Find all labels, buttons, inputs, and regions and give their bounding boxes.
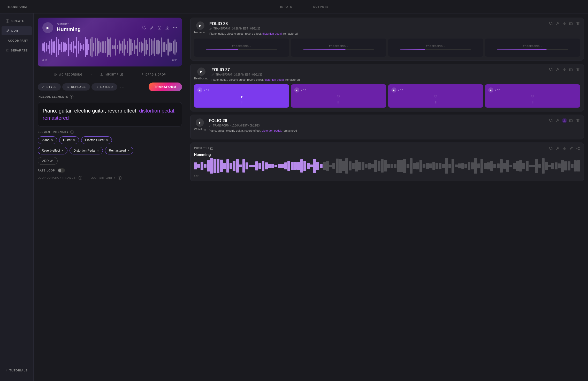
folio-27-link[interactable]: distortion pedal,: [264, 78, 285, 81]
output-edit-icon[interactable]: [569, 146, 573, 151]
version-27-1-heart[interactable]: ♥: [240, 95, 242, 99]
folio-27-play-button[interactable]: ▶: [197, 68, 205, 76]
edit-icon[interactable]: [149, 25, 154, 30]
output-label: OUTPUT 1.1: [57, 23, 138, 26]
save-icon[interactable]: [157, 25, 162, 30]
folio-26-copy-icon[interactable]: [569, 118, 573, 123]
tag-electric-guitar-remove[interactable]: ×: [106, 138, 108, 142]
folio-27-profile-icon[interactable]: [556, 68, 560, 72]
tag-remastered[interactable]: Remastered ×: [105, 147, 133, 154]
output-heart-icon[interactable]: [549, 146, 553, 151]
replace-tab[interactable]: REPLACE: [62, 83, 90, 91]
folio-26-meta: TRANSFORM · 10:20AM EST · 09/22/23: [209, 124, 546, 127]
sidebar-item-tutorials[interactable]: TUTORIALS: [2, 366, 32, 375]
sidebar-item-separate[interactable]: SEPARATE: [2, 46, 32, 55]
version-27-1[interactable]: ▶ 27.1 ♥ ⠿: [194, 84, 289, 108]
tags-row-1: Piano × Guitar × Electric Guitar ×: [38, 136, 182, 144]
tag-reverb-remove[interactable]: ×: [62, 149, 64, 152]
folio-26-title: FOLIO 26: [209, 118, 546, 123]
tag-reverb[interactable]: Reverb effect ×: [38, 147, 67, 154]
top-bar: TRANSFORM INPUTS OUTPUTS: [0, 0, 588, 13]
folio-28-download-icon[interactable]: [562, 21, 567, 26]
version-27-2b[interactable]: ▶ 27.2 ♡ ⠿: [388, 84, 483, 108]
tag-piano-remove[interactable]: ×: [51, 138, 53, 142]
version-27-2c-heart[interactable]: ♡: [531, 95, 534, 99]
tag-distortion[interactable]: Distortion Pedal ×: [70, 147, 103, 154]
version-27-2c-play-btn[interactable]: ▶: [488, 87, 493, 93]
mic-small-icon: [54, 73, 57, 76]
version-27-2a-play-btn[interactable]: ▶: [294, 87, 299, 93]
drag-drop-option[interactable]: DRAG & DROP: [141, 72, 166, 77]
prompt-box[interactable]: Piano, guitar, electric guitar, reverb e…: [38, 102, 182, 126]
svg-point-5: [173, 27, 174, 28]
rate-loop-label: RATE LOOP: [38, 169, 55, 172]
version-27-2b-heart[interactable]: ♡: [434, 95, 437, 99]
content: ▶ OUTPUT 1.1 Humming: [34, 13, 588, 381]
version-27-1-play-btn[interactable]: ▶: [197, 87, 202, 93]
folio-26-link[interactable]: distortion pedal,: [262, 129, 282, 132]
version-27-2b-play-btn[interactable]: ▶: [391, 87, 396, 93]
sidebar-item-create[interactable]: CREATE: [2, 17, 32, 25]
folio-26-delete-icon[interactable]: [576, 118, 580, 123]
tag-distortion-remove[interactable]: ×: [97, 149, 99, 152]
folio-27-delete-icon[interactable]: [576, 68, 580, 72]
output-download-icon[interactable]: [562, 146, 567, 151]
version-27-2a-heart[interactable]: ♡: [337, 95, 340, 99]
folio-28-link[interactable]: distortion pedal,: [262, 32, 282, 35]
top-nav: INPUTS OUTPUTS: [27, 5, 582, 8]
more-icon[interactable]: [173, 25, 177, 30]
rate-loop-toggle[interactable]: [58, 168, 65, 173]
mic-recording-option[interactable]: MIC RECORDING: [54, 72, 82, 77]
tag-guitar[interactable]: Guitar ×: [59, 136, 79, 144]
heart-icon[interactable]: [142, 25, 146, 30]
folio-28-play-button[interactable]: ▶: [196, 21, 204, 30]
folio-28-heart-icon[interactable]: [549, 21, 553, 26]
output-profile-icon[interactable]: [556, 146, 560, 151]
split-icon: [6, 49, 9, 52]
sidebar-item-edit[interactable]: EDIT: [2, 26, 32, 35]
output-share-icon[interactable]: [576, 146, 580, 151]
folio-27-copy-icon[interactable]: [569, 68, 573, 72]
version-27-2c[interactable]: ▶ 27.2 ♡ ⠿: [485, 84, 580, 108]
folio-28-delete-icon[interactable]: [576, 21, 580, 26]
include-elements-info-icon[interactable]: i: [70, 95, 73, 99]
element-intensity-info-icon[interactable]: i: [70, 130, 74, 134]
folio-28-play-label: Humming: [194, 31, 206, 34]
tag-remastered-remove[interactable]: ×: [127, 149, 129, 152]
processing-bar-2: [303, 49, 346, 50]
waveform[interactable]: [42, 37, 177, 57]
tag-electric-guitar[interactable]: Electric Guitar ×: [81, 136, 112, 144]
tag-piano[interactable]: Piano ×: [38, 136, 57, 144]
folio-26-play-button[interactable]: ▶: [196, 118, 204, 127]
folio-28-meta: TRANSFORM · 10:28AM EST · 09/22/23: [209, 27, 546, 30]
extend-tab[interactable]: EXTEND: [91, 83, 117, 91]
sidebar-item-accompany[interactable]: ACCOMPANY: [2, 36, 32, 45]
folio-26-info: FOLIO 26 TRANSFORM · 10:20AM EST · 09/22…: [209, 118, 546, 133]
style-tab[interactable]: STYLE: [38, 83, 61, 91]
folio-27-heart-icon[interactable]: [549, 68, 553, 72]
transform-button[interactable]: TRANSFORM: [149, 83, 182, 91]
folio-26-heart-icon[interactable]: [549, 118, 553, 123]
tag-guitar-remove[interactable]: ×: [73, 138, 75, 142]
mini-time: 0:12: [194, 175, 580, 177]
folio-26-transform-icon: [209, 124, 211, 127]
import-file-option[interactable]: IMPORT FILE: [100, 72, 123, 77]
nav-inputs[interactable]: INPUTS: [280, 5, 292, 8]
processing-text-4: PROCESSING...: [523, 45, 542, 47]
version-27-2a-dots: ⠿: [337, 101, 340, 104]
folio-28-profile-icon[interactable]: [556, 21, 560, 26]
include-elements-label: INCLUDE ELEMENTS i: [38, 95, 182, 99]
folio-27-download-icon[interactable]: [562, 68, 567, 72]
add-element-button[interactable]: ADD: [38, 157, 58, 165]
more-options-button[interactable]: ⋯: [119, 83, 126, 91]
mini-waveform[interactable]: [194, 158, 580, 174]
folio-26-profile-icon[interactable]: [556, 118, 560, 123]
loop-similarity-info-icon[interactable]: i: [118, 176, 121, 180]
version-27-2a[interactable]: ▶ 27.2 ♡ ⠿: [291, 84, 386, 108]
folio-26-download-icon[interactable]: [562, 118, 567, 123]
main-play-button[interactable]: ▶: [42, 22, 53, 33]
loop-duration-info-icon[interactable]: i: [79, 176, 82, 180]
folio-28-copy-icon[interactable]: [569, 21, 573, 26]
nav-outputs[interactable]: OUTPUTS: [313, 5, 329, 8]
download-icon[interactable]: [165, 25, 170, 30]
